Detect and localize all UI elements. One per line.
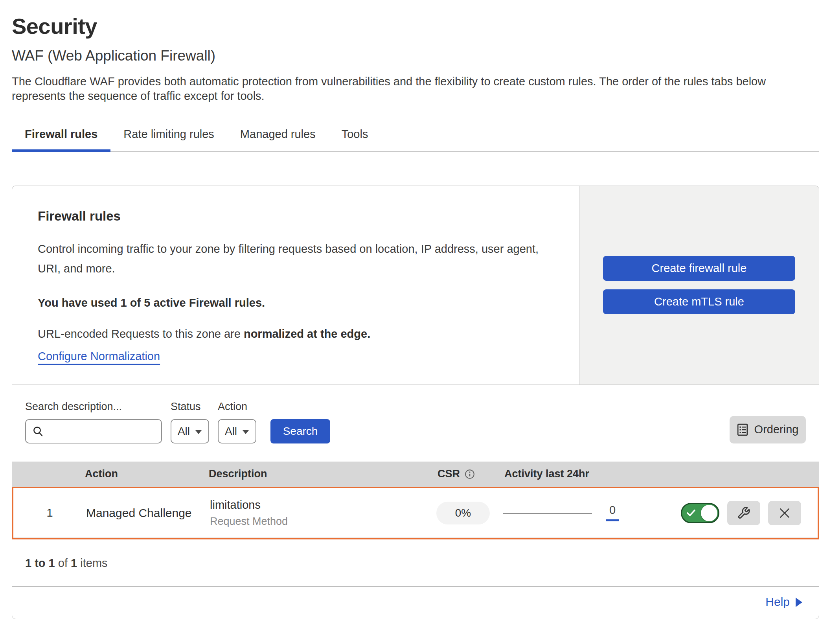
create-firewall-rule-button[interactable]: Create firewall rule: [603, 256, 795, 281]
activity-sparkline: [503, 513, 592, 514]
firewall-rules-card: Firewall rules Control incoming traffic …: [12, 186, 819, 619]
search-input-box[interactable]: [25, 419, 162, 443]
rule-description-subtitle: Request Method: [210, 515, 436, 528]
action-filter-label: Action: [218, 401, 256, 413]
rule-priority: 1: [13, 506, 86, 519]
status-filter-value: All: [178, 425, 190, 438]
search-button[interactable]: Search: [270, 419, 330, 443]
page-title: Security: [12, 13, 819, 39]
rules-table-header: Action Description CSR Activity last 24h…: [12, 462, 819, 487]
arrow-right-icon: [796, 598, 802, 607]
pagination-range: 1 to 1: [25, 557, 55, 569]
search-description-label: Search description...: [25, 401, 162, 413]
ordering-button[interactable]: Ordering: [730, 416, 806, 443]
chevron-down-icon: [195, 430, 202, 434]
create-rule-actions-panel: Create firewall rule Create mTLS rule: [579, 186, 819, 385]
pagination-summary: 1 to 1 of 1 items: [12, 539, 819, 587]
header-description: Description: [209, 468, 438, 480]
firewall-rules-intro-section: Firewall rules Control incoming traffic …: [12, 186, 819, 385]
x-icon: [778, 507, 791, 519]
firewall-rules-intro-text: Firewall rules Control incoming traffic …: [12, 186, 579, 385]
firewall-rules-usage: You have used 1 of 5 active Firewall rul…: [38, 296, 553, 309]
status-filter-label: Status: [171, 401, 209, 413]
search-icon: [32, 425, 44, 437]
info-icon[interactable]: [465, 469, 475, 479]
status-filter-group: Status All: [171, 401, 209, 443]
action-filter-group: Action All: [218, 401, 256, 443]
firewall-rules-description: Control incoming traffic to your zone by…: [38, 239, 553, 279]
search-description-group: Search description...: [25, 401, 162, 443]
header-csr-label: CSR: [438, 468, 460, 480]
tab-firewall-rules[interactable]: Firewall rules: [12, 123, 110, 151]
wrench-icon: [737, 506, 750, 520]
rule-action: Managed Challenge: [86, 506, 210, 520]
rule-controls-cell: [668, 501, 818, 525]
rule-activity-cell: 0: [503, 504, 668, 521]
pagination-of: of: [55, 557, 71, 569]
tab-rate-limiting-rules[interactable]: Rate limiting rules: [110, 123, 227, 151]
firewall-rule-row[interactable]: 1 Managed Challenge limitations Request …: [12, 487, 819, 539]
tab-managed-rules[interactable]: Managed rules: [227, 123, 329, 151]
action-filter-value: All: [225, 425, 237, 438]
tab-tools[interactable]: Tools: [329, 123, 381, 151]
header-csr: CSR: [438, 468, 504, 480]
pagination-items: items: [77, 557, 107, 569]
action-filter-dropdown[interactable]: All: [218, 419, 256, 443]
rules-filter-row: Search description... Status All: [12, 385, 819, 462]
chevron-down-icon: [242, 430, 249, 434]
toggle-knob: [701, 505, 717, 521]
help-link[interactable]: Help: [765, 595, 802, 609]
security-waf-page: Security WAF (Web Application Firewall) …: [0, 0, 831, 619]
pagination-total: 1: [71, 557, 77, 569]
rule-enabled-toggle[interactable]: [681, 503, 719, 523]
help-link-label: Help: [765, 595, 790, 609]
delete-rule-button[interactable]: [768, 501, 801, 525]
search-input[interactable]: [48, 425, 155, 438]
create-mtls-rule-button[interactable]: Create mTLS rule: [603, 289, 795, 314]
page-description: The Cloudflare WAF provides both automat…: [12, 74, 806, 103]
normalization-note-text: URL-encoded Requests to this zone are: [38, 328, 244, 340]
rule-description-title: limitations: [210, 499, 436, 512]
csr-badge: 0%: [436, 502, 490, 524]
check-icon: [687, 510, 695, 517]
configure-normalization-link[interactable]: Configure Normalization: [38, 350, 160, 363]
ordering-list-icon: [737, 423, 748, 436]
header-action: Action: [85, 468, 209, 480]
status-filter-dropdown[interactable]: All: [171, 419, 209, 443]
firewall-rules-heading: Firewall rules: [38, 209, 553, 224]
rule-description-cell: limitations Request Method: [210, 499, 436, 528]
normalization-note: URL-encoded Requests to this zone are no…: [38, 328, 553, 340]
header-activity: Activity last 24hr: [504, 468, 669, 480]
rule-csr-cell: 0%: [436, 502, 503, 524]
waf-tab-bar: Firewall rules Rate limiting rules Manag…: [12, 123, 819, 152]
edit-rule-button[interactable]: [727, 501, 760, 525]
activity-count-link[interactable]: 0: [606, 504, 619, 521]
page-subtitle: WAF (Web Application Firewall): [12, 48, 819, 64]
help-row: Help: [12, 587, 819, 619]
ordering-button-label: Ordering: [754, 423, 799, 436]
normalization-note-bold: normalized at the edge.: [244, 328, 370, 340]
